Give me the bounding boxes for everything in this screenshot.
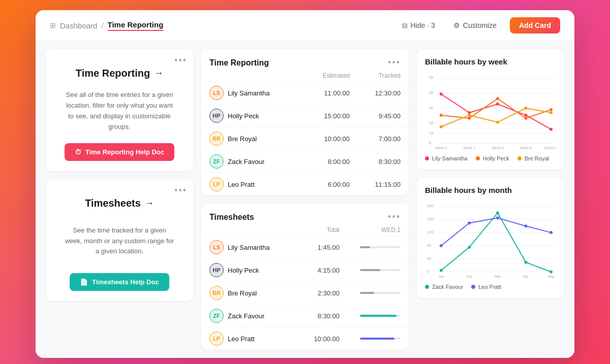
tracked-value: 7:00:00 — [350, 135, 401, 143]
progress-fill — [360, 246, 370, 248]
timesheets-rows: LS Lily Samantha 1:45:00 HP Holly Peck 4… — [201, 236, 409, 350]
legend-holly: Holly Peck — [476, 155, 509, 161]
time-reporting-help-button[interactable]: ⏱ Time Reporting Help Doc — [65, 143, 174, 161]
avatar: LS — [209, 240, 224, 254]
user-name: Holly Peck — [228, 112, 259, 120]
user-name: Holly Peck — [228, 267, 259, 274]
avatar: HP — [209, 109, 224, 123]
svg-text:Week 6: Week 6 — [435, 146, 447, 150]
timesheets-card-menu-button[interactable]: ••• — [174, 185, 187, 196]
card-menu-button[interactable]: ••• — [174, 55, 187, 66]
timesheets-info-card: ••• Timesheets → See the time tracked fo… — [46, 179, 193, 301]
user-name: Zack Favour — [228, 312, 264, 320]
user-name: Leo Pratt — [228, 335, 255, 343]
timesheets-table-menu-button[interactable]: ••• — [388, 212, 401, 222]
legend-label-leo: Leo Pratt — [478, 284, 501, 290]
table-row: HP Holly Peck 15:00:00 9:45:00 — [201, 104, 409, 127]
breadcrumb-current: Time Reporting — [108, 20, 164, 31]
legend-label-lily: Lily Samantha — [432, 155, 468, 161]
svg-text:Feb: Feb — [466, 275, 472, 278]
svg-point-58 — [550, 231, 553, 234]
user-cell: HP Holly Peck — [209, 263, 299, 277]
grid-icon: ⊞ — [50, 21, 56, 29]
time-reporting-rows: LS Lily Samantha 11:00:00 12:30:00 HP Ho… — [201, 81, 409, 195]
svg-text:0: 0 — [429, 141, 432, 145]
svg-point-55 — [468, 221, 471, 224]
estimated-value: 8:00:00 — [299, 158, 350, 166]
avatar: LS — [209, 86, 224, 100]
header: ⊞ Dashboard / Time Reporting ⊟ Hide · 3 … — [36, 10, 574, 41]
progress-bar-container — [340, 315, 401, 317]
timesheets-table-card-title: Timesheets — [209, 213, 254, 222]
middle-column: Time Reporting ••• Estimated Tracked LS … — [201, 49, 409, 350]
avatar: ZF — [209, 154, 224, 169]
doc-icon: 📄 — [80, 278, 88, 286]
svg-point-17 — [440, 92, 443, 95]
svg-point-57 — [524, 224, 527, 227]
timesheets-columns-header: Total WED,1 — [201, 226, 409, 236]
progress-fill — [360, 338, 394, 340]
svg-point-23 — [468, 117, 471, 120]
svg-point-25 — [524, 117, 527, 120]
time-reporting-title: Time Reporting — [76, 68, 150, 79]
col-name — [209, 72, 299, 79]
progress-bar-container — [340, 246, 401, 248]
svg-text:Week 10: Week 10 — [544, 146, 556, 150]
table-card-header: Time Reporting ••• — [201, 49, 409, 72]
table-row: BR Bre Royal 10:00:00 7:00:00 — [201, 127, 409, 150]
monthly-chart-area: 200 160 120 80 40 0 Jan — [425, 198, 556, 280]
arrow-icon: → — [154, 68, 163, 79]
hide-button[interactable]: ⊟ Hide · 3 — [397, 18, 440, 32]
svg-text:80: 80 — [427, 243, 432, 248]
svg-text:Mar: Mar — [495, 275, 501, 278]
monthly-chart-card: Billable hours by month 200 160 120 80 4… — [417, 178, 564, 298]
col-estimated: Estimated — [299, 72, 350, 79]
timesheets-help-button[interactable]: 📄 Timesheets Help Doc — [70, 273, 169, 291]
svg-text:Apr: Apr — [523, 275, 529, 279]
user-cell: ZF Zack Favour — [209, 309, 299, 323]
left-column: ••• Time Reporting → See all of the time… — [46, 49, 193, 350]
table-row: LS Lily Samantha 11:00:00 12:30:00 — [201, 81, 409, 104]
svg-point-30 — [524, 107, 527, 110]
legend-lily: Lily Samantha — [425, 155, 468, 161]
timesheets-title: Timesheets — [85, 197, 141, 209]
info-card-description: See all of the time entries for a given … — [64, 90, 175, 132]
svg-text:120: 120 — [427, 230, 434, 235]
estimated-value: 10:00:00 — [299, 135, 350, 143]
svg-point-22 — [440, 114, 443, 117]
tracked-value: 11:15:00 — [350, 181, 401, 188]
table-menu-button[interactable]: ••• — [388, 57, 401, 68]
legend-label-bre: Bre Royal — [525, 155, 549, 161]
legend-dot-zack — [425, 285, 429, 289]
svg-point-24 — [496, 97, 499, 100]
app-container: ⊞ Dashboard / Time Reporting ⊟ Hide · 3 … — [36, 10, 574, 358]
svg-text:Week 8: Week 8 — [492, 146, 504, 150]
user-cell: BR Bre Royal — [209, 131, 299, 146]
user-cell: LP Leo Pratt — [209, 177, 299, 191]
estimated-value: 6:00:00 — [299, 181, 350, 188]
add-card-button[interactable]: Add Card — [510, 17, 560, 34]
total-value: 10:00:00 — [299, 335, 340, 343]
svg-text:30: 30 — [429, 106, 434, 110]
timesheets-help-btn-label: Timesheets Help Doc — [92, 278, 159, 286]
svg-text:Week 9: Week 9 — [520, 146, 532, 150]
svg-text:40: 40 — [429, 90, 434, 95]
hide-label: Hide · 3 — [411, 21, 435, 29]
legend-dot-leo — [471, 285, 475, 289]
svg-text:40: 40 — [427, 256, 432, 261]
progress-track — [360, 246, 401, 248]
svg-point-20 — [524, 114, 527, 117]
table-row: LP Leo Pratt 10:00:00 — [201, 327, 409, 350]
progress-bar-container — [340, 292, 401, 294]
svg-text:50: 50 — [429, 75, 434, 80]
help-btn-label: Time Reporting Help Doc — [85, 148, 164, 156]
breadcrumb-dashboard[interactable]: Dashboard — [60, 21, 97, 30]
timesheets-info-card-title: Timesheets → — [85, 197, 154, 209]
user-cell: ZF Zack Favour — [209, 154, 299, 169]
customize-button[interactable]: ⚙ Customize — [448, 18, 502, 32]
right-column: Billable hours by week 50 40 30 20 10 0 — [417, 49, 564, 350]
svg-point-26 — [550, 108, 553, 111]
ts-col-total: Total — [299, 226, 340, 234]
table-row: LP Leo Pratt 6:00:00 11:15:00 — [201, 173, 409, 195]
estimated-value: 11:00:00 — [299, 89, 350, 97]
